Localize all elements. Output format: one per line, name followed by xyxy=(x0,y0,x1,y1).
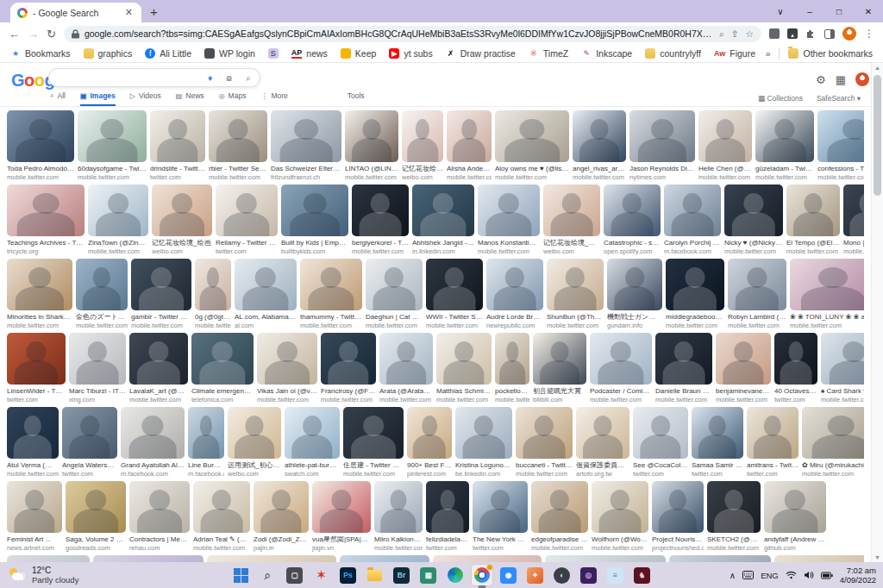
image-thumbnail[interactable] xyxy=(207,555,336,562)
image-result[interactable]: amitrans - Twitter Search / T...twitter.… xyxy=(747,407,798,478)
minimize-button[interactable]: – xyxy=(795,0,824,22)
image-result[interactable]: Nicky ♥ (@NickylifeDubai)...mobile.twitt… xyxy=(724,185,783,255)
image-thumbnail[interactable] xyxy=(271,110,341,162)
image-result[interactable]: Matthias Schmid (@fuchs...mobile.twitter… xyxy=(436,333,492,403)
image-result[interactable]: Aloy owns me ♥ (@lisapalmers2000) / Twit… xyxy=(495,110,569,181)
image-result[interactable]: gambir - Twitter Search / Twi...mobile.t… xyxy=(131,259,191,329)
image-thumbnail[interactable] xyxy=(352,185,409,236)
image-thumbnail[interactable] xyxy=(7,259,72,310)
image-result[interactable]: LavalaK_art (@Lavalak...mobile.twitter.c… xyxy=(129,333,188,403)
battery-icon[interactable] xyxy=(821,572,833,579)
image-thumbnail[interactable] xyxy=(543,185,600,236)
bookmarks-overflow-icon[interactable]: » xyxy=(766,48,771,59)
image-thumbnail[interactable] xyxy=(374,481,423,533)
image-result[interactable]: Line Burquierm.facebook.com xyxy=(188,407,224,478)
image-thumbnail[interactable] xyxy=(412,185,474,236)
image-result[interactable]: vua星然園|SPA|和歌然園(MPA)...jiajin.vn xyxy=(312,481,371,552)
image-thumbnail[interactable] xyxy=(129,333,188,385)
image-thumbnail[interactable] xyxy=(78,110,147,162)
image-result[interactable]: Miiro Kalkionen (@M.Kagome) / ...mobile.… xyxy=(374,481,423,552)
address-bar[interactable]: google.com/search?tbs=simg:CAESgAEafgsQs… xyxy=(64,26,761,42)
screenshot-extension-icon[interactable]: ▴ xyxy=(787,28,798,39)
image-result[interactable]: 0g (@0gtja) / Twittermobile.twitter.com xyxy=(195,259,231,329)
image-result[interactable]: 40 Octaves Below (@40Octav...twitter.com xyxy=(774,333,817,403)
image-result[interactable]: WWII - Twitter Search / Twittermobile.tw… xyxy=(426,259,483,329)
image-result[interactable]: Wolfhorn (@Wolf_Lawo...mobile.twitter.co… xyxy=(592,481,648,552)
image-thumbnail[interactable] xyxy=(121,407,185,459)
image-result[interactable]: 记忆花妆绘_绘画weibo.com xyxy=(402,110,443,181)
image-thumbnail[interactable] xyxy=(188,407,224,459)
image-result[interactable] xyxy=(774,555,864,562)
image-result[interactable]: Mono | Ain Machine | 哔哩...mobile.twitter… xyxy=(843,185,864,255)
image-thumbnail[interactable] xyxy=(300,259,362,310)
image-thumbnail[interactable] xyxy=(576,407,629,459)
image-result[interactable]: 运用测试_初心绘_绘画weibo.com xyxy=(228,407,281,478)
start-button[interactable] xyxy=(231,565,252,585)
image-thumbnail[interactable] xyxy=(131,259,191,310)
tab-news[interactable]: ▤News xyxy=(176,91,204,104)
image-thumbnail[interactable] xyxy=(473,481,528,533)
image-thumbnail[interactable] xyxy=(486,259,543,310)
image-result[interactable] xyxy=(545,555,666,562)
image-result[interactable]: pocketlove - Twitter Search / ...mobile.… xyxy=(495,333,529,403)
image-thumbnail[interactable] xyxy=(547,259,604,310)
extension-icon-1[interactable] xyxy=(769,28,780,39)
image-thumbnail[interactable] xyxy=(7,110,74,162)
notes-app-icon[interactable]: ≡ xyxy=(605,565,626,585)
image-thumbnail[interactable] xyxy=(228,407,281,459)
image-result[interactable]: Samaa Samir (@SkyMot...twitter.com xyxy=(692,407,743,478)
image-thumbnail[interactable] xyxy=(254,481,309,533)
image-result[interactable]: Teachings Archives - Tricycle: The...tri… xyxy=(7,185,85,255)
image-thumbnail[interactable] xyxy=(698,110,752,162)
image-thumbnail[interactable] xyxy=(152,185,212,236)
clock[interactable]: 7:02 am 4/09/2022 xyxy=(840,566,876,585)
image-result[interactable]: ShunBun (@TheShunBun) / T...mobile.twitt… xyxy=(547,259,604,329)
image-thumbnail[interactable] xyxy=(426,481,469,533)
image-thumbnail[interactable] xyxy=(193,481,250,533)
image-result[interactable]: Carolyn Porchij | Facebookm.facebook.com xyxy=(664,185,721,255)
menu-kebab-icon[interactable]: ⋮ xyxy=(864,28,874,40)
account-avatar[interactable] xyxy=(855,72,869,86)
zoom-search-icon[interactable]: ⌕ xyxy=(719,28,724,40)
image-thumbnail[interactable] xyxy=(345,110,398,162)
image-result[interactable]: güzeladam - Twitter Search / ...mobile.t… xyxy=(755,110,814,181)
image-thumbnail[interactable] xyxy=(573,110,626,162)
extensions-puzzle-icon[interactable] xyxy=(805,28,817,40)
tray-chevron-icon[interactable]: ∧ xyxy=(730,571,736,580)
lens-camera-icon[interactable]: ⧇ xyxy=(226,72,232,84)
image-thumbnail[interactable] xyxy=(76,259,128,310)
image-thumbnail[interactable] xyxy=(707,481,761,533)
snip-app-icon[interactable]: ▢ xyxy=(285,565,305,585)
image-result[interactable]: SKETCH2 (@SketchsOfficial)...mobile.twit… xyxy=(707,481,761,552)
bridge-app-icon[interactable]: Br xyxy=(391,565,412,585)
image-result[interactable]: ✿ Miru (@mirukachii) / Twit...mobile.twi… xyxy=(802,407,864,478)
tab-search-chevron-icon[interactable]: ∨ xyxy=(766,0,795,22)
image-thumbnail[interactable] xyxy=(495,110,569,162)
image-result[interactable]: athlete-pat-burgenerswatch.com xyxy=(285,407,340,478)
maximize-button[interactable]: □ xyxy=(824,0,854,22)
image-thumbnail[interactable] xyxy=(366,259,423,310)
image-thumbnail[interactable] xyxy=(607,259,662,310)
image-thumbnail[interactable] xyxy=(312,481,371,533)
image-result[interactable]: Jason Reynolds Distinguishes...nytimes.c… xyxy=(629,110,695,181)
image-result[interactable]: See @CocaCola's Tweet on T...twitter.com xyxy=(633,407,688,478)
image-thumbnail[interactable] xyxy=(728,259,786,310)
image-result[interactable]: Arata (@Arata355555) ...mobile.twitter.c… xyxy=(379,333,433,403)
side-panel-icon[interactable] xyxy=(824,29,835,39)
image-result[interactable]: felizdiadelasmadres - Twitter ...twitter… xyxy=(426,481,469,552)
image-thumbnail[interactable] xyxy=(7,333,66,385)
green-grid-app-icon[interactable]: ▦ xyxy=(418,565,439,585)
image-thumbnail[interactable] xyxy=(843,185,864,236)
image-thumbnail[interactable] xyxy=(633,407,688,459)
taskbar-search-icon[interactable]: ⌕ xyxy=(258,565,279,585)
image-result[interactable]: Podcaster / Comic Creator...mobile.twitt… xyxy=(590,333,652,403)
image-thumbnail[interactable] xyxy=(692,407,743,459)
image-thumbnail[interactable] xyxy=(590,333,652,385)
bookmark-item[interactable]: countrylyff xyxy=(645,48,701,59)
other-bookmarks-button[interactable]: Other bookmarks xyxy=(788,48,873,59)
image-thumbnail[interactable] xyxy=(516,407,573,459)
image-thumbnail[interactable] xyxy=(774,555,864,562)
image-result[interactable]: Alisha Anden (@alisha_an...mobile.twitte… xyxy=(447,110,492,181)
image-result[interactable]: Francirosy (@Francirosy) / Tw...mobile.t… xyxy=(321,333,376,403)
zoom-app-icon[interactable]: ◉ xyxy=(498,565,519,585)
